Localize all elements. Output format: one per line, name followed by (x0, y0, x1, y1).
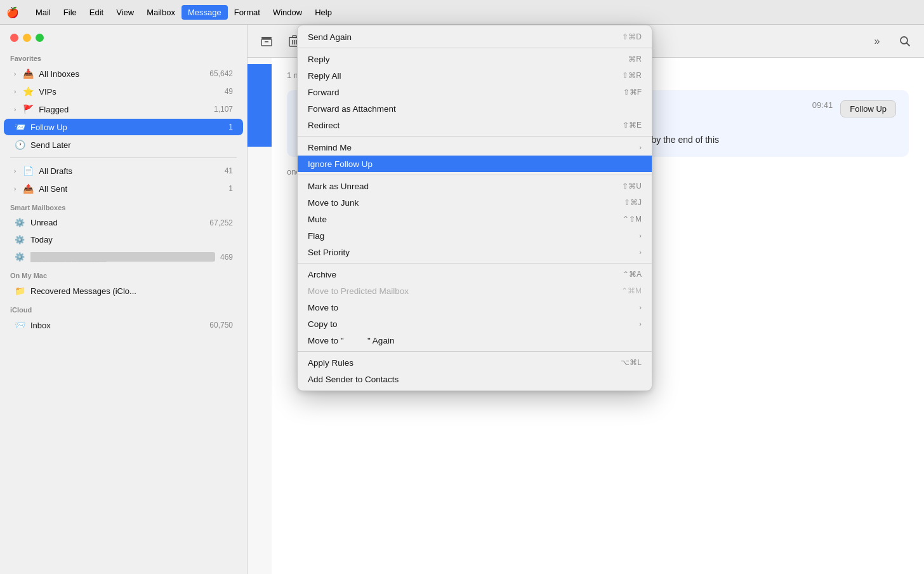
submenu-arrow-icon: › (639, 144, 642, 151)
menu-item-label: Flag (308, 231, 324, 241)
menu-item-reply-all[interactable]: Reply All ⇧⌘R (298, 67, 652, 84)
inbox-icon: 📥 (22, 69, 34, 79)
favorites-section-label: Favorites (0, 48, 247, 65)
chevron-icon: › (14, 106, 16, 113)
menu-item-shortcut: ⇧⌘F (623, 88, 642, 97)
menu-item-mute[interactable]: Mute ⌃⇧M (298, 211, 652, 227)
star-icon: ⭐ (22, 86, 34, 97)
sidebar-item-label: VIPs (39, 87, 219, 97)
sidebar-item-all-drafts[interactable]: › 📄 All Drafts 41 (4, 163, 243, 179)
maximize-button[interactable] (36, 34, 44, 42)
sidebar-item-count: 469 (220, 253, 233, 262)
svg-line-11 (907, 43, 910, 46)
sidebar-item-label: Follow Up (30, 123, 223, 132)
sidebar-item-label: Today (30, 235, 233, 244)
sidebar-item-count: 41 (225, 166, 233, 175)
menu-item-ignore-follow-up[interactable]: Ignore Follow Up (298, 156, 652, 172)
archive-button[interactable] (255, 30, 278, 53)
menu-separator (298, 175, 652, 175)
msg-time: 09:41 (812, 100, 833, 110)
sidebar-item-flagged[interactable]: › 🚩 Flagged 1,107 (4, 101, 243, 117)
menu-item-shortcut: ⌃⇧M (623, 215, 642, 224)
sidebar-item-all-inboxes[interactable]: › 📥 All Inboxes 65,642 (4, 65, 243, 82)
menu-item-move-to-junk[interactable]: Move to Junk ⇧⌘J (298, 194, 652, 211)
sidebar-item-all-sent[interactable]: › 📤 All Sent 1 (4, 180, 243, 197)
menu-item-redirect[interactable]: Redirect ⇧⌘E (298, 117, 652, 133)
menu-item-send-again[interactable]: Send Again ⇧⌘D (298, 29, 652, 45)
menu-item-shortcut: ⌃⌘M (621, 286, 642, 295)
menu-item-label: Archive (308, 270, 336, 279)
search-button[interactable] (894, 30, 916, 53)
submenu-arrow-icon: › (639, 304, 642, 311)
menu-item-archive[interactable]: Archive ⌃⌘A (298, 266, 652, 283)
menu-item-shortcut: ⇧⌘D (622, 32, 642, 41)
sidebar-item-label: Flagged (39, 105, 209, 114)
follow-up-button[interactable]: Follow Up (840, 100, 896, 117)
menu-item-shortcut: ⌥⌘L (621, 358, 642, 367)
menu-item-reply[interactable]: Reply ⌘R (298, 51, 652, 67)
close-button[interactable] (10, 34, 18, 42)
menu-mail[interactable]: Mail (29, 5, 57, 20)
menu-item-label: Remind Me (308, 143, 352, 152)
sidebar-item-count: 1,107 (214, 105, 233, 114)
sidebar-item-send-later[interactable]: 🕐 Send Later (4, 137, 243, 153)
svg-rect-0 (261, 37, 272, 39)
on-my-mac-label: On My Mac (0, 265, 247, 282)
menu-item-add-sender[interactable]: Add Sender to Contacts (298, 371, 652, 387)
menu-item-label: Send Again (308, 32, 352, 42)
menu-item-shortcut: ⇧⌘R (622, 71, 642, 80)
sidebar-item-vips[interactable]: › ⭐ VIPs 49 (4, 83, 243, 100)
menu-item-forward[interactable]: Forward ⇧⌘F (298, 84, 652, 100)
menu-message[interactable]: Message (182, 5, 228, 20)
sidebar-item-custom1[interactable]: ⚙️ █████████████ 469 (4, 249, 243, 265)
menu-item-remind-me[interactable]: Remind Me › (298, 139, 652, 156)
menu-item-label: Forward as Attachment (308, 104, 396, 114)
menu-format[interactable]: Format (228, 5, 267, 20)
menu-item-move-to[interactable]: Move to › (298, 299, 652, 316)
sidebar-item-recovered-messages[interactable]: 📁 Recovered Messages (iClo... (4, 283, 243, 299)
svg-rect-5 (293, 36, 296, 37)
menu-item-label: Redirect (308, 121, 340, 130)
menu-item-label: Move to " " Again (308, 336, 394, 345)
menu-item-label: Ignore Follow Up (308, 159, 373, 169)
svg-rect-2 (265, 41, 268, 43)
menu-help[interactable]: Help (308, 5, 338, 20)
menu-file[interactable]: File (57, 5, 83, 20)
send-later-icon: 🕐 (14, 140, 25, 150)
sidebar-item-follow-up[interactable]: 📨 Follow Up 1 (4, 119, 243, 135)
minimize-button[interactable] (23, 34, 31, 42)
menu-item-shortcut: ⇧⌘E (623, 121, 642, 130)
sidebar-item-label: All Inboxes (39, 69, 204, 79)
menu-separator (298, 263, 652, 264)
icloud-inbox-icon: 📨 (14, 320, 25, 330)
sidebar-item-label: All Drafts (39, 166, 219, 176)
menu-window[interactable]: Window (267, 5, 308, 20)
submenu-arrow-icon: › (639, 248, 642, 256)
menu-item-label: Copy to (308, 319, 338, 329)
sidebar-item-today[interactable]: ⚙️ Today (4, 232, 243, 248)
sidebar-item-unread[interactable]: ⚙️ Unread 67,252 (4, 215, 243, 230)
svg-rect-1 (261, 39, 272, 46)
menu-item-copy-to[interactable]: Copy to › (298, 316, 652, 332)
menu-edit[interactable]: Edit (83, 5, 110, 20)
menu-bar: 🍎 Mail File Edit View Mailbox Message Fo… (0, 0, 924, 25)
message-menu-dropdown: Send Again ⇧⌘D Reply ⌘R Reply All ⇧⌘R Fo… (297, 25, 652, 391)
menu-item-forward-attachment[interactable]: Forward as Attachment (298, 100, 652, 117)
more-button[interactable]: » (866, 30, 888, 53)
window-controls (0, 25, 247, 48)
sidebar-item-count: 1 (228, 123, 233, 131)
gear-icon: ⚙️ (14, 252, 25, 262)
menu-item-apply-rules[interactable]: Apply Rules ⌥⌘L (298, 354, 652, 371)
menu-item-mark-unread[interactable]: Mark as Unread ⇧⌘U (298, 178, 652, 194)
sidebar-item-label: Recovered Messages (iClo... (30, 286, 233, 296)
menu-item-move-to-again[interactable]: Move to " " Again (298, 332, 652, 349)
sidebar-item-icloud-inbox[interactable]: 📨 Inbox 60,750 (4, 317, 243, 333)
menu-item-set-priority[interactable]: Set Priority › (298, 244, 652, 260)
menu-item-flag[interactable]: Flag › (298, 227, 652, 244)
menu-view[interactable]: View (110, 5, 140, 20)
smart-mailboxes-label: Smart Mailboxes (0, 197, 247, 214)
sidebar-item-label: Inbox (30, 321, 204, 330)
menu-mailbox[interactable]: Mailbox (140, 5, 182, 20)
chevron-icon: › (14, 88, 16, 95)
apple-menu[interactable]: 🍎 (6, 6, 19, 18)
